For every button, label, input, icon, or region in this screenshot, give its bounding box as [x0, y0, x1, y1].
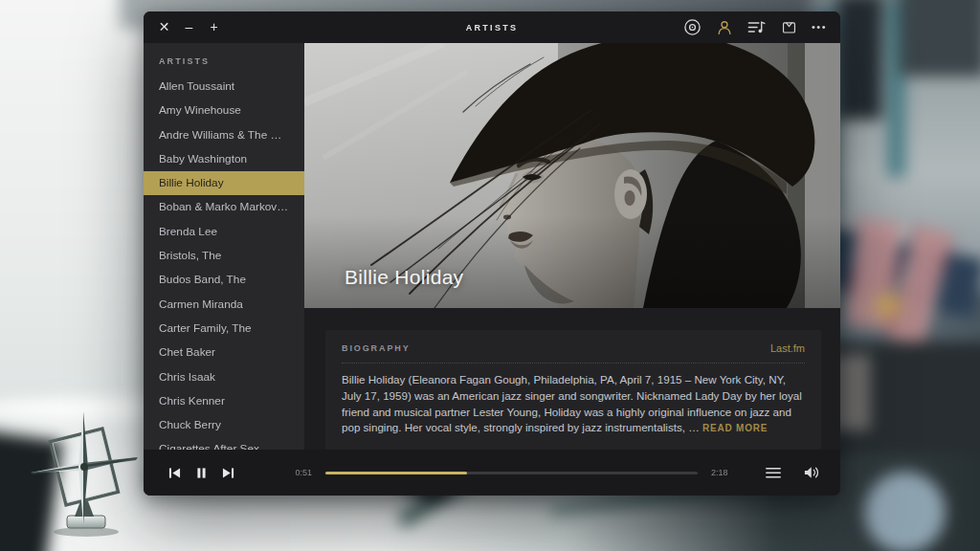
player-bar: 0:51 2:18: [144, 450, 840, 496]
sidebar-item-artist[interactable]: Baby Washington: [144, 147, 304, 171]
sidebar-item-artist[interactable]: Chris Isaak: [144, 365, 304, 389]
window-controls: ✕ – +: [157, 11, 221, 43]
sidebar-item-artist[interactable]: Carmen Miranda: [144, 293, 304, 317]
app-window: ✕ – + ARTISTS ••• ARTISTS Allen Toussain…: [144, 11, 840, 496]
previous-track-button[interactable]: [161, 467, 188, 479]
sidebar-item-artist[interactable]: Bristols, The: [144, 244, 304, 268]
progress-bar[interactable]: [325, 472, 698, 474]
artist-hero: Billie Holiday: [304, 43, 840, 308]
more-icon[interactable]: •••: [812, 11, 827, 43]
sidebar-item-artist[interactable]: Chris Kenner: [144, 389, 304, 413]
artist-detail: Billie Holiday BIOGRAPHY Last.fm Billie …: [304, 43, 840, 450]
artist-name-overlay: Billie Holiday: [345, 266, 463, 289]
queue-music-icon[interactable]: [747, 19, 767, 35]
lastfm-link[interactable]: Last.fm: [770, 342, 805, 354]
artists-sidebar: ARTISTS Allen Toussaint Amy Winehouse An…: [144, 43, 304, 450]
sidebar-item-artist[interactable]: Carter Family, The: [144, 317, 304, 341]
volume-icon[interactable]: [803, 465, 821, 480]
sidebar-item-artist[interactable]: Billie Holiday: [144, 171, 304, 195]
progress-fill: [325, 472, 467, 474]
titlebar: ✕ – + ARTISTS •••: [144, 11, 840, 43]
background-lamp-light: [880, 298, 896, 314]
artist-icon[interactable]: [716, 19, 733, 36]
play-queue-icon[interactable]: [765, 466, 782, 480]
sidebar-item-artist[interactable]: Boban & Marko Markovic Orch...: [144, 195, 304, 219]
pause-button[interactable]: [188, 467, 214, 479]
sidebar-item-artist[interactable]: Amy Winehouse: [144, 99, 304, 122]
sidebar-item-artist[interactable]: Cigarettes After Sex: [144, 437, 304, 450]
total-time: 2:18: [711, 468, 740, 477]
next-track-button[interactable]: [214, 467, 241, 479]
biography-title: BIOGRAPHY: [342, 343, 411, 353]
elapsed-time: 0:51: [281, 468, 312, 477]
read-more-link[interactable]: READ MORE: [702, 423, 768, 433]
close-button[interactable]: ✕: [157, 11, 171, 43]
store-icon[interactable]: [781, 19, 797, 35]
sidebar-header: ARTISTS: [144, 49, 304, 75]
hood-ornament: [29, 408, 144, 540]
titlebar-icons: •••: [683, 11, 827, 43]
biography-card: BIOGRAPHY Last.fm Billie Holiday (Eleano…: [325, 330, 821, 450]
background-dark-corner: [900, 0, 980, 77]
add-button[interactable]: +: [207, 11, 221, 43]
disc-icon[interactable]: [683, 18, 702, 36]
sidebar-item-artist[interactable]: Budos Band, The: [144, 268, 304, 292]
background-car-blur: [864, 472, 946, 551]
sidebar-item-artist[interactable]: Chet Baker: [144, 341, 304, 364]
sidebar-item-artist[interactable]: Brenda Lee: [144, 220, 304, 244]
biography-header-row: BIOGRAPHY Last.fm: [342, 342, 805, 364]
sidebar-item-artist[interactable]: Andre Williams & The Sadies: [144, 123, 304, 147]
minimize-button[interactable]: –: [182, 11, 196, 43]
sidebar-item-artist[interactable]: Allen Toussaint: [144, 75, 304, 99]
sidebar-item-artist[interactable]: Chuck Berry: [144, 413, 304, 437]
background-window-glass: [837, 0, 881, 120]
biography-text: Billie Holiday (Eleanora Fagan Gough, Ph…: [342, 372, 805, 436]
window-body: ARTISTS Allen Toussaint Amy Winehouse An…: [144, 43, 840, 450]
